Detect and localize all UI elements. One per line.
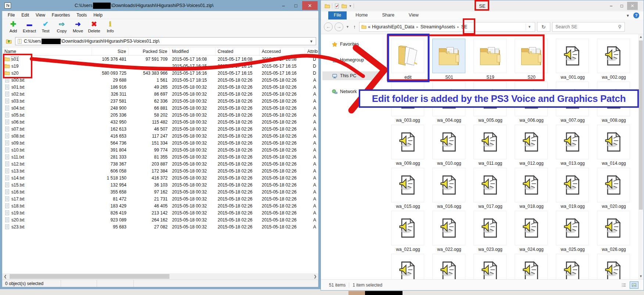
toolbar-copy-button[interactable]: ⇨Copy <box>54 19 70 36</box>
file-tile-wa-025-ogg[interactable]: wa_025.ogg <box>556 211 590 254</box>
file-row-s17-txt[interactable]: s17.txt81 47221 7312015-05-18 00:322015-… <box>2 195 318 202</box>
file-tile-wa-023-ogg[interactable]: wa_023.ogg <box>473 211 507 254</box>
column-header-accessed[interactable]: Accessed <box>260 48 305 55</box>
file-tile-wa-017-ogg[interactable]: wa_017.ogg <box>473 168 507 211</box>
file-row-s03-txt[interactable]: s03.txt237 58162 3362015-05-18 00:322015… <box>2 97 318 104</box>
file-tile-partial[interactable] <box>515 254 548 279</box>
file-row-s10-txt[interactable]: s10.txt391 80499 7742015-05-18 00:322015… <box>2 146 318 153</box>
file-tile-wa-002-ogg[interactable]: wa_002.ogg <box>597 39 631 82</box>
menu-view[interactable]: View <box>32 12 49 18</box>
file-tile-partial[interactable] <box>473 254 507 279</box>
folder-tile-s19[interactable]: S19 <box>473 39 507 82</box>
recent-pages-icon[interactable]: ▼ <box>345 25 350 29</box>
ribbon-collapse-icon[interactable]: ▼ <box>626 14 630 18</box>
breadcrumb-item-se[interactable]: SE <box>461 24 468 29</box>
toolbar-test-button[interactable]: ✔Test <box>37 19 54 36</box>
file-tile-partial[interactable] <box>597 254 631 279</box>
minimize-button[interactable]: – <box>606 2 616 10</box>
new-folder-icon[interactable] <box>341 3 347 9</box>
search-input[interactable] <box>555 24 618 29</box>
close-button[interactable]: ✕ <box>302 1 318 10</box>
search-box[interactable]: ⚲ <box>552 22 625 32</box>
folder-icon[interactable] <box>325 3 330 9</box>
file-tile-wa-019-ogg[interactable]: wa_019.ogg <box>556 168 590 211</box>
file-tile-wa-011-ogg[interactable]: wa_011.ogg <box>473 125 507 168</box>
folder-tile-s01[interactable]: S01 <box>432 39 466 82</box>
menu-edit[interactable]: Edit <box>18 12 32 18</box>
file-row-s01[interactable]: s01105 376 48197 591 7092015-05-17 16:08… <box>2 56 318 63</box>
file-row-s19-txt[interactable]: s19.txt826 419213 1422015-05-18 00:32201… <box>2 209 318 216</box>
file-tile-wa-016-ogg[interactable]: wa_016.ogg <box>432 168 466 211</box>
tab-home[interactable]: Home <box>350 11 373 19</box>
file-row-s14-txt[interactable]: s14.txt1 518 150416 3722015-05-18 00:322… <box>2 174 318 181</box>
file-row-s04-txt[interactable]: s04.txt248 90066 8812015-05-18 00:322015… <box>2 104 318 111</box>
menu-tools[interactable]: Tools <box>73 12 90 18</box>
vertical-scrollbar[interactable]: ▲ ▼ <box>638 34 644 279</box>
toolbar-info-button[interactable]: iInfo <box>102 19 118 36</box>
file-tile-wa-021-ogg[interactable]: wa_021.ogg <box>391 211 425 254</box>
file-row-s23-txt[interactable]: s23.txt95 68327 0822015-05-18 00:322015-… <box>2 223 318 230</box>
breadcrumb-item-higurashiep01-data[interactable]: HigurashiEp01_Data <box>372 24 414 29</box>
dropdown-caret-icon[interactable]: ▼ <box>308 39 314 43</box>
toolbar-delete-button[interactable]: ✖Delete <box>86 19 102 36</box>
scroll-left-icon[interactable]: ❮ <box>2 274 8 278</box>
details-view-button[interactable] <box>619 281 628 289</box>
close-button[interactable]: ✕ <box>627 2 638 10</box>
file-row-s16-txt[interactable]: s16.txt355 65897 1622015-05-18 00:322015… <box>2 188 318 195</box>
sidebar-item-favorites[interactable]: Favorites <box>322 40 383 49</box>
file-tile-wa-020-ogg[interactable]: wa_020.ogg <box>597 168 631 211</box>
maximize-button[interactable]: □ <box>616 2 627 10</box>
sevenzip-titlebar[interactable]: 7z C:\Users\Downloads\Higurashi\Higurash… <box>2 0 318 11</box>
column-header-size[interactable]: Size <box>92 48 129 55</box>
scroll-down-icon[interactable]: ▼ <box>638 274 644 279</box>
forward-button[interactable]: → <box>334 22 343 31</box>
file-row-s02-txt[interactable]: s02.txt326 31186 6972015-05-18 00:322015… <box>2 90 318 97</box>
column-header-modified[interactable]: Modified <box>170 48 215 55</box>
file-row-s09-txt[interactable]: s09.txt564 736151 3342015-05-18 00:32201… <box>2 139 318 146</box>
file-row-s07-txt[interactable]: s07.txt162 61346 5072015-05-18 00:322015… <box>2 125 318 132</box>
file-tile-wa-010-ogg[interactable]: wa_010.ogg <box>432 125 466 168</box>
file-row-s01-txt[interactable]: s01.txt186 91649 2652015-05-18 00:322015… <box>2 83 318 90</box>
file-row-s18-txt[interactable]: s18.txt183 42946 4052015-05-18 00:322015… <box>2 202 318 209</box>
file-tile-wa-026-ogg[interactable]: wa_026.ogg <box>597 211 631 254</box>
file-row-s20-txt[interactable]: s20.txt923 089264 1622015-05-18 00:32201… <box>2 216 318 223</box>
file-tile-wa-024-ogg[interactable]: wa_024.ogg <box>515 211 548 254</box>
folder-tile-edit[interactable]: edit <box>391 39 425 82</box>
file-row-s20[interactable]: s20580 093 725543 383 9662015-05-17 16:1… <box>2 70 318 77</box>
breadcrumb-item-streamingassets[interactable]: StreamingAssets <box>421 24 455 29</box>
column-header-packed-size[interactable]: Packed Size <box>129 48 170 55</box>
toolbar-add-button[interactable]: ✚Add <box>5 19 21 36</box>
file-tile-wa-013-ogg[interactable]: wa_013.ogg <box>556 125 590 168</box>
up-folder-button[interactable] <box>4 37 13 45</box>
tab-file[interactable]: File <box>328 11 347 19</box>
help-icon[interactable]: ? <box>633 13 639 18</box>
file-tile-wa-009-ogg[interactable]: wa_009.ogg <box>391 125 425 168</box>
tab-share[interactable]: Share <box>377 11 400 19</box>
file-tile-partial[interactable] <box>432 254 466 279</box>
file-tile-partial[interactable] <box>391 254 425 279</box>
thumbnail-view-button[interactable] <box>630 281 638 289</box>
file-row-s13-txt[interactable]: s13.txt606 058172 3842015-05-18 00:32201… <box>2 167 318 174</box>
toolbar-move-button[interactable]: ➜Move <box>70 19 86 36</box>
file-tile-wa-012-ogg[interactable]: wa_012.ogg <box>515 125 548 168</box>
file-tile-wa-014-ogg[interactable]: wa_014.ogg <box>597 125 631 168</box>
file-tile-wa-015-ogg[interactable]: wa_015.ogg <box>391 168 425 211</box>
file-row-s06-txt[interactable]: s06.txt432 950115 4822015-05-18 00:32201… <box>2 118 318 125</box>
scroll-right-icon[interactable]: ❯ <box>312 273 318 280</box>
menu-favorites[interactable]: Favorites <box>49 12 73 18</box>
file-tile-wa-018-ogg[interactable]: wa_018.ogg <box>515 168 548 211</box>
folder-tile-s20[interactable]: S20 <box>515 39 548 82</box>
column-header-name[interactable]: Name <box>2 48 92 55</box>
file-row-s05-txt[interactable]: s05.txt205 33658 2022015-05-18 00:322015… <box>2 111 318 118</box>
file-row-s08-txt[interactable]: s08.txt416 653117 2472015-05-18 00:32201… <box>2 132 318 139</box>
search-icon[interactable]: ⚲ <box>618 24 622 29</box>
address-dropdown-icon[interactable]: ▼ <box>526 24 533 30</box>
properties-icon[interactable] <box>334 3 340 9</box>
sidebar-item-this-pc[interactable]: This PC <box>322 71 383 80</box>
sz-horizontal-scrollbar[interactable]: ❮ ❯ <box>2 273 318 280</box>
menu-help[interactable]: Help <box>90 12 106 18</box>
file-tile-wa-022-ogg[interactable]: wa_022.ogg <box>432 211 466 254</box>
up-button[interactable]: ↑ <box>352 24 357 30</box>
file-row-s00-txt[interactable]: s00.txt29 6881 5612015-05-17 18:152015-0… <box>2 77 318 83</box>
scrollbar-thumb[interactable] <box>10 274 169 279</box>
